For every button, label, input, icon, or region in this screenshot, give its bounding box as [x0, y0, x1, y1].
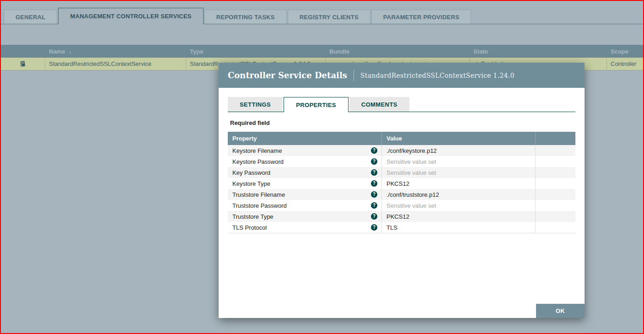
ok-button[interactable]: OK — [536, 304, 585, 318]
tab-parameter-providers[interactable]: PARAMETER PROVIDERS — [371, 10, 472, 24]
column-header-state[interactable]: State — [470, 48, 607, 55]
property-name: Keystore Password — [232, 158, 284, 165]
dialog-header: Controller Service Details StandardRestr… — [219, 63, 585, 88]
property-name: Key Password — [232, 169, 270, 176]
tab-general[interactable]: GENERAL — [4, 10, 57, 24]
help-icon[interactable]: ? — [371, 169, 377, 176]
property-extra-cell — [536, 145, 575, 156]
property-value: PKCS12 — [382, 211, 536, 222]
help-icon[interactable]: ? — [371, 158, 377, 165]
column-header-extra — [536, 132, 575, 145]
property-name: TLS Protocol — [232, 224, 267, 231]
dialog-tab-bar: SETTINGS PROPERTIES COMMENTS — [228, 97, 575, 112]
required-field-label: Required field — [228, 119, 575, 126]
property-extra-cell — [536, 222, 575, 233]
tab-properties[interactable]: PROPERTIES — [284, 97, 349, 112]
table-row: Truststore Filename ? ./conf/truststore.… — [228, 189, 575, 200]
properties-table-header: Property Value — [228, 132, 575, 145]
table-row: Truststore Type ? PKCS12 — [228, 211, 575, 222]
services-table-header: Name ▴ Type Bundle State Scope — [1, 45, 643, 58]
property-name: Truststore Password — [232, 202, 287, 209]
service-name-cell: StandardRestrictedSSLContextService — [45, 58, 186, 70]
dialog-subtitle: StandardRestrictedSSLContextService 1.24… — [360, 72, 515, 79]
property-name: Truststore Type — [232, 213, 274, 220]
table-row: Key Password ? Sensitive value set — [228, 167, 575, 178]
help-icon[interactable]: ? — [371, 191, 377, 198]
property-value: Sensitive value set — [382, 167, 536, 178]
tab-registry-clients[interactable]: REGISTRY CLIENTS — [288, 10, 370, 24]
property-name: Truststore Filename — [232, 191, 285, 198]
tab-reporting-tasks[interactable]: REPORTING TASKS — [204, 10, 287, 24]
column-header-bundle[interactable]: Bundle — [326, 48, 470, 55]
property-extra-cell — [536, 211, 575, 222]
app-window: GENERAL MANAGEMENT CONTROLLER SERVICES R… — [0, 0, 644, 334]
property-extra-cell — [536, 178, 575, 189]
dialog-title: Controller Service Details — [228, 70, 347, 80]
properties-table: Property Value Keystore Filename ? ./con… — [228, 132, 575, 233]
table-row: Keystore Password ? Sensitive value set — [228, 156, 575, 167]
book-icon — [19, 60, 26, 67]
column-header-property: Property — [228, 132, 382, 145]
property-value: ./conf/keystore.p12 — [382, 145, 536, 156]
table-row: Truststore Password ? Sensitive value se… — [228, 200, 575, 211]
property-name: Keystore Type — [232, 180, 270, 187]
table-row: Keystore Filename ? ./conf/keystore.p12 — [228, 145, 575, 156]
property-extra-cell — [536, 167, 575, 178]
tab-settings[interactable]: SETTINGS — [228, 97, 283, 112]
property-value: PKCS12 — [382, 178, 536, 189]
settings-tab-bar: GENERAL MANAGEMENT CONTROLLER SERVICES R… — [1, 1, 643, 24]
column-header-value: Value — [382, 132, 536, 145]
property-value: Sensitive value set — [382, 200, 536, 211]
controller-service-details-dialog: Controller Service Details StandardRestr… — [219, 63, 585, 318]
property-value: TLS — [382, 222, 536, 233]
property-extra-cell — [536, 156, 575, 167]
help-icon[interactable]: ? — [371, 180, 377, 187]
dialog-body: SETTINGS PROPERTIES COMMENTS Required fi… — [219, 88, 585, 318]
tab-management-controller-services[interactable]: MANAGEMENT CONTROLLER SERVICES — [58, 8, 203, 24]
column-header-name-label: Name — [49, 48, 65, 55]
help-icon[interactable]: ? — [371, 224, 377, 231]
table-row: Keystore Type ? PKCS12 — [228, 178, 575, 189]
service-scope-cell: Controller — [607, 58, 643, 70]
service-row-icon-cell — [1, 58, 45, 70]
property-value: ./conf/truststore.p12 — [382, 189, 536, 200]
title-separator — [354, 70, 354, 81]
column-header-type[interactable]: Type — [186, 48, 326, 55]
table-row: TLS Protocol ? TLS — [228, 222, 575, 233]
property-value: Sensitive value set — [382, 156, 536, 167]
column-header-scope[interactable]: Scope — [607, 48, 643, 55]
property-name: Keystore Filename — [232, 147, 282, 154]
property-extra-cell — [536, 189, 575, 200]
help-icon[interactable]: ? — [371, 213, 377, 220]
help-icon[interactable]: ? — [371, 202, 377, 209]
sort-ascending-icon: ▴ — [69, 50, 71, 54]
tab-comments[interactable]: COMMENTS — [349, 97, 409, 112]
column-header-name[interactable]: Name ▴ — [45, 48, 186, 55]
property-extra-cell — [536, 200, 575, 211]
help-icon[interactable]: ? — [371, 147, 377, 154]
